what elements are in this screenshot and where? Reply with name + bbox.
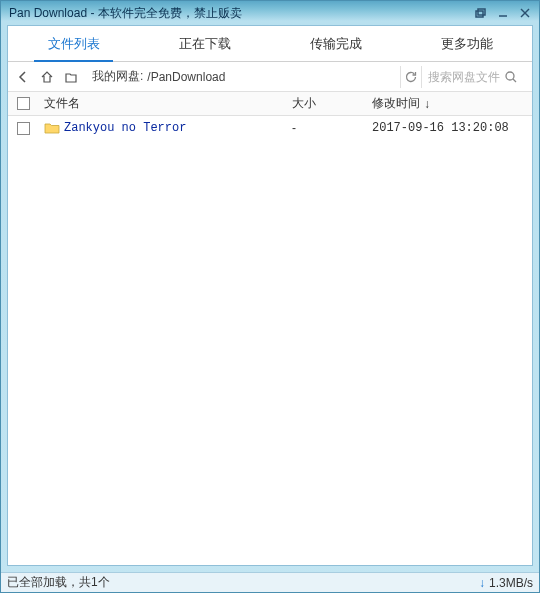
column-header-size[interactable]: 大小 [292, 95, 372, 112]
header-checkbox-cell [8, 97, 38, 110]
folder-button[interactable] [60, 66, 82, 88]
path-value: /PanDownload [147, 70, 225, 84]
statusbar: 已全部加载，共1个 ↓ 1.3MB/s [1, 572, 539, 592]
minimize-button[interactable] [493, 5, 513, 21]
sort-desc-icon: ↓ [424, 97, 430, 111]
speed-value: 1.3MB/s [489, 576, 533, 590]
row-name[interactable]: Zankyou no Terror [64, 121, 186, 135]
column-header-time-label: 修改时间 [372, 95, 420, 112]
search-input[interactable] [424, 70, 502, 84]
app-window: Pan Download - 本软件完全免费，禁止贩卖 文件列表 正在下载 传输… [0, 0, 540, 593]
restore-button[interactable] [471, 5, 491, 21]
content-area: 文件列表 正在下载 传输完成 更多功能 我的网盘: /PanDownload [7, 25, 533, 566]
svg-rect-0 [476, 11, 483, 17]
path-label: 我的网盘: [92, 68, 143, 85]
refresh-button[interactable] [400, 66, 422, 88]
search-icon[interactable] [502, 68, 520, 86]
column-header-name[interactable]: 文件名 [38, 95, 292, 112]
row-time: 2017-09-16 13:20:08 [372, 121, 532, 135]
titlebar-controls [471, 5, 535, 21]
table-header: 文件名 大小 修改时间 ↓ [8, 92, 532, 116]
svg-rect-1 [478, 9, 485, 15]
row-checkbox[interactable] [17, 122, 30, 135]
titlebar-text: Pan Download - 本软件完全免费，禁止贩卖 [5, 5, 471, 22]
download-arrow-icon: ↓ [479, 576, 485, 590]
column-header-time[interactable]: 修改时间 ↓ [372, 95, 532, 112]
table-body: Zankyou no Terror - 2017-09-16 13:20:08 [8, 116, 532, 565]
status-text: 已全部加载，共1个 [7, 574, 479, 591]
titlebar[interactable]: Pan Download - 本软件完全免费，禁止贩卖 [1, 1, 539, 25]
folder-icon [44, 121, 60, 135]
select-all-checkbox[interactable] [17, 97, 30, 110]
tab-completed[interactable]: 传输完成 [270, 26, 401, 61]
search-wrap [424, 68, 528, 86]
toolbar: 我的网盘: /PanDownload [8, 62, 532, 92]
row-checkbox-cell [8, 122, 38, 135]
tab-file-list[interactable]: 文件列表 [8, 26, 139, 61]
table-row[interactable]: Zankyou no Terror - 2017-09-16 13:20:08 [8, 116, 532, 140]
close-button[interactable] [515, 5, 535, 21]
svg-line-6 [513, 79, 516, 82]
row-name-cell: Zankyou no Terror [38, 121, 292, 135]
row-size: - [292, 121, 372, 135]
tab-more[interactable]: 更多功能 [401, 26, 532, 61]
tab-bar: 文件列表 正在下载 传输完成 更多功能 [8, 26, 532, 62]
back-button[interactable] [12, 66, 34, 88]
tab-downloading[interactable]: 正在下载 [139, 26, 270, 61]
svg-point-5 [506, 72, 514, 80]
status-speed: ↓ 1.3MB/s [479, 576, 533, 590]
home-button[interactable] [36, 66, 58, 88]
